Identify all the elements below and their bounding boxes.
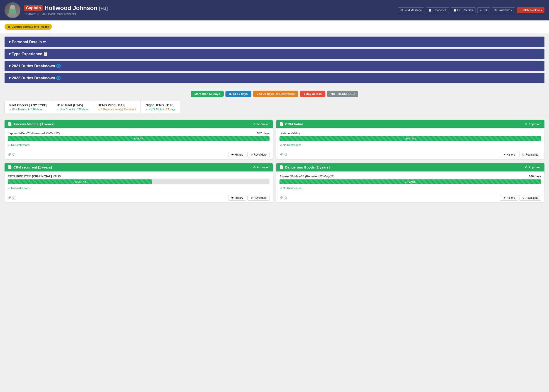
aircrew-medical-status: ⚙ Approved	[253, 122, 270, 126]
tab-hems-pilot-detail: ⚠ 1 Recency Item(s) Restricted	[98, 108, 136, 111]
duties-2021-section[interactable]: ▾ 2021 Duties Breakdown 🌐	[5, 61, 544, 71]
legend-green: More than 60 days	[191, 91, 224, 97]
check-tabs: Pilot Checks [ANY TYPE] ✓ Fire Training …	[0, 101, 549, 116]
aircrew-medical-progress-bar: A YEAR	[8, 136, 270, 141]
ftl-records-button[interactable]: 📋 FTL Records	[451, 7, 475, 13]
dangerous-goods-body: Expires 31-May-24 (Renewed 27-May-22) 56…	[276, 171, 544, 193]
pilot-fullname: Hollwood Johnson [HJ]	[44, 5, 108, 12]
duties-2021-label: ▾ 2021 Duties Breakdown 🌐	[9, 63, 61, 68]
duties-2022-label: ▾ 2022 Duties Breakdown 🌐	[9, 76, 61, 80]
card-crm-recurrent-header: 📄 CRM recurrent [1 years] ⚙ Approved	[5, 163, 273, 171]
crm-initial-revalidate-button[interactable]: ↻ Revalidate	[519, 152, 541, 157]
link-icon: 🔗	[8, 196, 11, 199]
crm-initial-history-button[interactable]: 👁 History	[500, 152, 518, 157]
experience-button[interactable]: 📋 Experience	[426, 7, 449, 13]
check-icon-1: ✓	[57, 108, 59, 111]
crm-initial-title: 📄 CRM Initial	[279, 122, 303, 126]
dangerous-goods-restriction: ☑ No Restrictions	[279, 187, 301, 190]
dangerous-goods-expiry: Expires 31-May-24 (Renewed 27-May-22)	[279, 175, 334, 178]
aircrew-medical-revalidate-button[interactable]: ↻ Revalidate	[248, 152, 270, 157]
crm-initial-progress-container: LIFETIME	[279, 136, 541, 141]
tab-night-hems[interactable]: Night HEMS [H145] ✓ NVIS Flight in 27 da…	[141, 101, 180, 113]
crm-initial-footer: 🔗 (0) 👁 History ↻ Revalidate	[276, 150, 544, 159]
gear-icon: ⚙	[253, 166, 256, 169]
duties-2022-section[interactable]: ▾ 2022 Duties Breakdown 🌐	[5, 73, 544, 83]
dangerous-goods-history-button[interactable]: 👁 History	[500, 195, 518, 201]
check-icon-3: ✓	[146, 108, 148, 111]
crm-recurrent-footer: 🔗 (0) 👁 History ↻ Revalidate	[5, 193, 273, 202]
dangerous-goods-progress-bar: 2 YEARS	[279, 179, 541, 184]
tab-night-hems-title: Night HEMS [H145]	[146, 103, 175, 107]
header-actions: ✉ Send Message 📋 Experience 📋 FTL Record…	[398, 7, 544, 13]
pilot-name: Captain Hollwood Johnson [HJ]	[24, 5, 394, 12]
crm-initial-links: 🔗 (0)	[279, 153, 287, 156]
card-crm-initial: 📄 CRM Initial ⚙ Approved Lifetime Validi…	[276, 120, 544, 159]
check-icon-0: ✓	[9, 108, 12, 111]
card-dangerous-goods: 📄 Dangerous Goods [2 years] ⚙ Approved E…	[276, 163, 544, 202]
aircrew-medical-expiry: Expires 1-Dec-23 (Renewed 25-Oct-22)	[8, 132, 60, 135]
sections-container: ▾ Personal Details ✏ ▾ Type Experience 📋…	[0, 33, 549, 87]
crm-recurrent-history-button[interactable]: 👁 History	[228, 195, 246, 201]
tab-night-hems-detail: ✓ NVIS Flight in 27 days	[146, 108, 175, 111]
link-icon: 🔗	[279, 153, 283, 156]
aircrew-medical-body: Expires 1-Dec-23 (Renewed 25-Oct-22) 387…	[5, 128, 273, 150]
ifr-alert-badge: ⊗ Cannot operate IFR [H145]	[5, 24, 52, 30]
card-aircrew-medical: 📄 Aircrew Medical [1 years] ⚙ Approved E…	[5, 120, 273, 159]
gear-icon: ⚙	[525, 122, 528, 126]
crm-initial-status: ⚙ Approved	[525, 122, 541, 126]
history-icon: 👁	[503, 196, 506, 199]
crm-initial-restriction: ☑ No Restrictions	[279, 144, 301, 147]
dangerous-goods-progress-container: 2 YEARS	[279, 179, 541, 184]
dangerous-goods-footer-btns: 👁 History ↻ Revalidate	[500, 195, 541, 201]
document-icon: 📄	[279, 122, 284, 126]
aircrew-medical-links: 🔗 (0)	[8, 153, 15, 156]
crm-recurrent-links: 🔗 (0)	[8, 196, 15, 199]
alert-text: Cannot operate IFR [H145]	[12, 25, 49, 28]
tab-pilot-checks[interactable]: Pilot Checks [ANY TYPE] ✓ Fire Training …	[5, 101, 52, 113]
legend-blue: 30 to 59 days	[225, 91, 251, 97]
check-icon: ☑	[279, 187, 282, 190]
crm-recurrent-progress-bar: 7 MONTHS	[8, 179, 152, 184]
dangerous-goods-revalidate-button[interactable]: ↻ Revalidate	[519, 195, 541, 201]
legend-red: 1 day or less	[300, 91, 325, 97]
personal-details-label: ▾ Personal Details ✏	[9, 40, 46, 44]
refresh-icon: ↻	[250, 196, 253, 199]
crm-initial-expiry: Lifetime Validity	[279, 132, 300, 135]
crm-recurrent-restriction: ☑ No Restrictions	[8, 187, 29, 190]
document-icon: 📄	[279, 165, 284, 169]
recency-legend: More than 60 days 30 to 59 days 2 to 29 …	[0, 87, 549, 101]
history-icon: 👁	[231, 196, 234, 199]
dangerous-goods-days: 569 days	[529, 175, 541, 178]
tab-h145-pilot-detail: ✓ Line Check in 172 days	[57, 108, 88, 111]
check-icon: ☑	[8, 187, 10, 190]
header-info: Captain Hollwood Johnson [HJ] TT 4622:38…	[24, 5, 394, 16]
crm-recurrent-progress-container: 7 MONTHS	[8, 179, 270, 184]
tab-h145-pilot[interactable]: H145 Pilot [H145] ✓ Line Check in 172 da…	[52, 101, 93, 113]
password-button[interactable]: 🔍 Password ▾	[492, 7, 515, 13]
card-crm-initial-header: 📄 CRM Initial ⚙ Approved	[276, 120, 544, 128]
crm-initial-progress-bar: LIFETIME	[279, 136, 541, 141]
document-icon: 📄	[8, 165, 12, 169]
link-icon: 🔗	[279, 196, 283, 199]
edit-button[interactable]: ✏ Edit	[477, 7, 490, 13]
warning-icon-2: ⚠	[98, 108, 100, 111]
card-dangerous-goods-header: 📄 Dangerous Goods [2 years] ⚙ Approved	[276, 163, 544, 171]
card-aircrew-medical-header: 📄 Aircrew Medical [1 years] ⚙ Approved	[5, 120, 273, 128]
avatar	[5, 2, 21, 18]
delete-restore-button[interactable]: + Delete/Restore ▾	[517, 7, 544, 13]
crm-recurrent-revalidate-button[interactable]: ↻ Revalidate	[248, 195, 270, 201]
send-message-button[interactable]: ✉ Send Message	[398, 7, 424, 13]
gear-icon: ⚙	[253, 122, 256, 126]
personal-details-section[interactable]: ▾ Personal Details ✏	[5, 36, 544, 47]
refresh-icon: ↻	[522, 196, 524, 199]
type-experience-label: ▾ Type Experience 📋	[9, 52, 48, 56]
dangerous-goods-status: ⚙ Approved	[525, 166, 541, 169]
aircrew-medical-footer: 🔗 (0) 👁 History ↻ Revalidate	[5, 150, 273, 159]
type-experience-section[interactable]: ▾ Type Experience 📋	[5, 49, 544, 59]
aircrew-medical-history-button[interactable]: 👁 History	[228, 152, 246, 157]
aircrew-medical-restriction: ☑ No Restrictions	[8, 144, 29, 147]
crm-initial-expiry-row: Lifetime Validity	[279, 132, 541, 135]
alert-icon: ⊗	[8, 25, 10, 28]
tab-hems-pilot-title: HEMS Pilot [H145]	[98, 103, 136, 107]
tab-hems-pilot[interactable]: HEMS Pilot [H145] ⚠ 1 Recency Item(s) Re…	[93, 101, 141, 113]
